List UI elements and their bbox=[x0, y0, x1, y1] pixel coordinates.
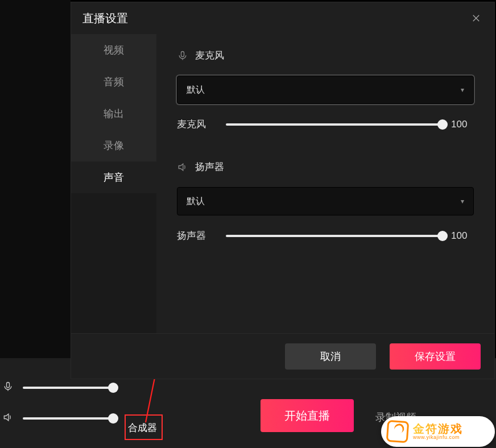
settings-main: 麦克风 默认 ▾ 麦克风 100 扬声器 默认 bbox=[156, 34, 494, 333]
svg-rect-0 bbox=[7, 383, 10, 388]
sidebar-item-audio[interactable]: 音频 bbox=[71, 66, 156, 98]
mic-volume-slider[interactable] bbox=[226, 123, 443, 126]
mic-device-selected: 默认 bbox=[187, 84, 205, 96]
slider-thumb[interactable] bbox=[108, 413, 118, 424]
speaker-volume-value: 100 bbox=[451, 230, 474, 242]
slider-thumb[interactable] bbox=[437, 231, 448, 241]
sidebar-item-sound[interactable]: 声音 bbox=[71, 161, 156, 193]
mic-volume-value: 100 bbox=[451, 119, 474, 130]
mixer-button[interactable]: 合成器 bbox=[125, 414, 163, 440]
slider-thumb[interactable] bbox=[437, 119, 448, 130]
speaker-device-dropdown[interactable]: 默认 ▾ bbox=[177, 187, 474, 215]
chevron-down-icon: ▾ bbox=[461, 197, 464, 205]
mic-section-head: 麦克风 bbox=[177, 49, 474, 62]
sidebar-item-label: 音频 bbox=[104, 75, 124, 89]
cancel-label: 取消 bbox=[320, 350, 341, 363]
start-stream-button[interactable]: 开始直播 bbox=[261, 399, 354, 432]
mic-mini-slider[interactable] bbox=[2, 381, 171, 395]
speaker-section-label: 扬声器 bbox=[195, 160, 224, 173]
speaker-icon bbox=[2, 412, 15, 425]
sidebar-item-video[interactable]: 视频 bbox=[71, 34, 156, 66]
speaker-icon bbox=[177, 161, 188, 173]
modal-footer: 取消 保存设置 bbox=[71, 333, 494, 379]
speaker-mini-track[interactable] bbox=[23, 417, 114, 420]
mixer-label: 合成器 bbox=[128, 422, 157, 433]
speaker-volume-label: 扬声器 bbox=[177, 229, 218, 242]
watermark-url: www.yikajinfu.com bbox=[413, 435, 463, 441]
watermark-name: 金符游戏 bbox=[413, 422, 463, 435]
sidebar-item-record[interactable]: 录像 bbox=[71, 130, 156, 161]
sidebar-item-label: 输出 bbox=[104, 107, 124, 121]
modal-body: 视频 音频 输出 录像 声音 麦克风 默认 ▾ 麦克风 bbox=[71, 34, 494, 333]
settings-modal: 直播设置 视频 音频 输出 录像 声音 麦克风 默认 ▾ bbox=[71, 2, 495, 379]
speaker-volume-row: 扬声器 100 bbox=[177, 229, 474, 242]
svg-rect-5 bbox=[181, 51, 184, 56]
modal-header: 直播设置 bbox=[71, 2, 494, 34]
settings-sidebar: 视频 音频 输出 录像 声音 bbox=[71, 34, 156, 333]
mic-volume-row: 麦克风 100 bbox=[177, 118, 474, 131]
microphone-icon bbox=[177, 50, 188, 61]
stage-background bbox=[0, 0, 71, 358]
save-settings-button[interactable]: 保存设置 bbox=[390, 343, 481, 370]
cancel-button[interactable]: 取消 bbox=[285, 343, 376, 370]
watermark: 金符游戏 www.yikajinfu.com bbox=[381, 416, 495, 447]
sidebar-item-label: 声音 bbox=[104, 171, 124, 184]
save-label: 保存设置 bbox=[415, 350, 456, 363]
sidebar-item-output[interactable]: 输出 bbox=[71, 98, 156, 130]
start-stream-label: 开始直播 bbox=[284, 408, 330, 424]
mic-section-label: 麦克风 bbox=[195, 49, 224, 62]
chevron-down-icon: ▾ bbox=[461, 86, 464, 94]
speaker-volume-slider[interactable] bbox=[226, 235, 443, 237]
mic-volume-label: 麦克风 bbox=[177, 118, 218, 131]
close-button[interactable] bbox=[469, 11, 483, 25]
mic-device-dropdown[interactable]: 默认 ▾ bbox=[177, 76, 474, 104]
speaker-device-selected: 默认 bbox=[187, 196, 205, 208]
sidebar-item-label: 视频 bbox=[104, 43, 124, 57]
mic-mini-track[interactable] bbox=[23, 387, 114, 389]
microphone-icon bbox=[2, 381, 15, 395]
slider-thumb[interactable] bbox=[108, 383, 118, 393]
watermark-logo-icon bbox=[386, 420, 410, 443]
sidebar-fill bbox=[71, 193, 156, 333]
sidebar-item-label: 录像 bbox=[104, 139, 124, 152]
close-icon bbox=[471, 13, 481, 23]
watermark-text: 金符游戏 www.yikajinfu.com bbox=[413, 422, 463, 441]
speaker-section-head: 扬声器 bbox=[177, 160, 474, 173]
modal-title: 直播设置 bbox=[82, 11, 128, 26]
